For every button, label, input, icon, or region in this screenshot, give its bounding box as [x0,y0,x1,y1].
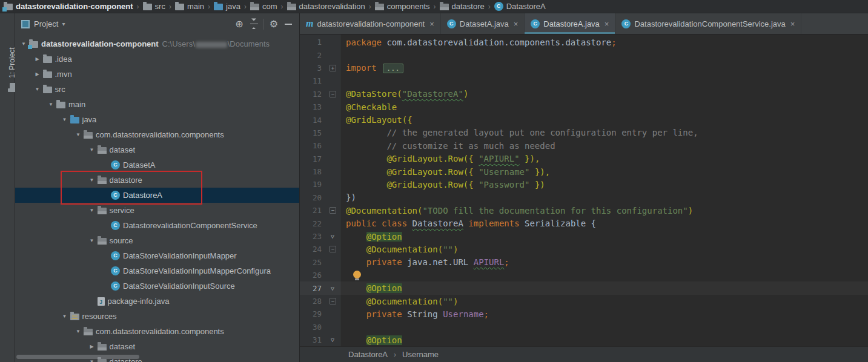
expand-toggle-icon[interactable]: ▼ [87,238,98,243]
tree-item-datastorevalidation-component[interactable]: ▼datastorevalidation-componentC:\Users\\… [15,36,299,51]
tree-item-datastorevalidationinputmapper[interactable]: CDataStoreValidationInputMapper [15,248,299,263]
tree-item-com-datastorevalidation-components[interactable]: ▼com.datastorevalidation.components [15,324,299,339]
fold-marker-icon[interactable]: − [330,207,336,214]
expand-toggle-icon[interactable]: ▼ [45,102,56,107]
expand-toggle-icon[interactable]: ▼ [32,87,43,92]
code-line-16[interactable]: 16 // customize it as much as needed [300,139,868,152]
code-line-21[interactable]: 21−@Documentation("TODO fill the documen… [300,204,868,217]
close-tab-icon[interactable]: × [790,19,795,28]
locate-icon[interactable]: ⊕ [232,17,247,31]
fold-marker-icon[interactable]: ▽ [329,337,336,343]
code-token: ; [504,257,509,267]
expand-toggle-icon[interactable]: ▼ [87,359,98,362]
code-line-23[interactable]: 23▽ @Option [300,230,868,243]
tab-datastorea-java[interactable]: CDatastoreA.java× [525,13,615,34]
code-line-29[interactable]: 29 private String Username; [300,308,868,320]
code-line-14[interactable]: 14@GridLayout({ [300,113,868,126]
tree-item-service[interactable]: ▼service [15,203,299,218]
breadcrumb-item-datastore[interactable]: datastore [440,2,485,11]
editor-breadcrumb-username[interactable]: Username [402,350,439,359]
horizontal-scrollbar[interactable] [16,355,139,359]
code-line-15[interactable]: 15 // the generated layout put one confi… [300,127,868,139]
settings-icon[interactable]: ⚙ [267,17,281,31]
breadcrumb-item-datastorevalidation-component[interactable]: datastorevalidation-component [4,2,133,11]
code-line-20[interactable]: 20}) [300,191,868,204]
code-line-18[interactable]: 18 @GridLayout.Row({ "Username" }), [300,165,868,178]
code-editor[interactable]: 1package com.datastorevalidation.compone… [300,35,868,346]
breadcrumb-item-com[interactable]: com [250,2,277,11]
expand-toggle-icon[interactable]: ▼ [73,329,84,334]
code-line-24[interactable]: 24− @Documentation("") [300,243,868,255]
tree-item-package-info-java[interactable]: Jpackage-info.java [15,294,299,309]
breadcrumb-item-main[interactable]: main [175,2,204,11]
fold-marker-icon[interactable]: ▽ [329,285,336,292]
breadcrumb-item-src[interactable]: src [143,2,165,11]
tree-item-datastore[interactable]: ▼datastore [15,173,299,188]
code-line-3[interactable]: 3+import ... [300,62,868,74]
breadcrumb-item-datastorea[interactable]: CDatastoreA [494,2,546,11]
code-line-28[interactable]: 28− @Documentation("") [300,295,868,308]
tree-item-datastorevalidationinputsource[interactable]: CDataStoreValidationInputSource [15,278,299,294]
code-line-30[interactable]: 30 [300,321,868,334]
code-line-13[interactable]: 13@Checkable [300,100,868,113]
class-icon: C [621,19,631,28]
code-line-11[interactable]: 11 [300,74,868,87]
tree-item-src[interactable]: ▼src [15,82,299,97]
code-line-17[interactable]: 17 @GridLayout.Row({ "APIURL" }), [300,153,868,165]
code-line-22[interactable]: 22public class DatastoreA implements Ser… [300,217,868,229]
code-line-25[interactable]: 25 private java.net.URL APIURL; [300,256,868,269]
close-tab-icon[interactable]: × [514,19,518,28]
fold-marker-icon[interactable]: ▽ [329,233,336,240]
tab-dataseta-java[interactable]: CDatasetA.java× [441,13,525,34]
hide-icon[interactable] [281,17,296,31]
fold-marker-icon[interactable]: − [330,91,336,97]
expand-toggle-icon[interactable]: ▶ [32,71,43,77]
tree-item-java[interactable]: ▼java [15,112,299,127]
tab-datastorevalidation-component[interactable]: mdatastorevalidation-component× [300,13,441,34]
tree-item-datastorevalidationcomponentservice[interactable]: CDatastorevalidationComponentService [15,218,299,233]
close-tab-icon[interactable]: × [605,19,609,28]
expand-toggle-icon[interactable]: ▼ [59,314,70,319]
expand-toggle-icon[interactable]: ▼ [87,208,98,213]
code-line-19[interactable]: 19 @GridLayout.Row({ "Password" }) [300,178,868,191]
code-line-12[interactable]: 12−@DataStore("DatastoreA") [300,88,868,100]
tree-item-dataset[interactable]: ▼dataset [15,142,299,157]
chevron-down-icon[interactable]: ▾ [62,21,65,27]
package-icon [84,329,93,335]
tree-item-dataseta[interactable]: CDatasetA [15,157,299,173]
tab-datastorevalidationcomponentservice-java[interactable]: CDatastorevalidationComponentService.jav… [615,13,801,34]
expand-toggle-icon[interactable]: ▼ [87,177,98,183]
code-line-2[interactable]: 2 [300,48,868,61]
folder-blue-icon [70,117,79,123]
tree-item-com-datastorevalidation-components[interactable]: ▼com.datastorevalidation.components [15,127,299,142]
breadcrumb-item-components[interactable]: components [375,2,430,11]
collapse-all-icon[interactable] [247,17,261,31]
folded-code[interactable]: ... [383,64,403,73]
expand-toggle-icon[interactable]: ▶ [32,56,43,62]
expand-toggle-icon[interactable]: ▼ [87,147,98,153]
tree-item-resources[interactable]: ▼resources [15,309,299,324]
breadcrumb-item-datastorevalidation[interactable]: datastorevalidation [287,2,365,11]
project-panel-title[interactable]: Project [34,19,58,28]
code-line-1[interactable]: 1package com.datastorevalidation.compone… [300,36,868,48]
fold-marker-icon[interactable]: + [330,65,336,71]
tree-item-source[interactable]: ▼source [15,233,299,248]
fold-marker-icon[interactable]: − [330,298,336,304]
tree-item-dataset[interactable]: ▶dataset [15,339,299,354]
tree-item-datastorevalidationinputmapperconfigura[interactable]: CDataStoreValidationInputMapperConfigura [15,263,299,278]
code-line-31[interactable]: 31▽ @Option [300,334,868,346]
fold-marker-icon[interactable]: − [330,246,336,252]
intention-bulb-icon[interactable] [353,271,361,278]
expand-toggle-icon[interactable]: ▼ [73,132,84,137]
breadcrumb-item-java[interactable]: java [214,2,240,11]
code-line-27[interactable]: 27▽ @Option [300,281,868,294]
expand-toggle-icon[interactable]: ▼ [59,117,70,122]
editor-breadcrumb-datastorea[interactable]: DatastoreA [348,350,388,359]
tree-item-mvn[interactable]: ▶.mvn [15,67,299,82]
tree-item-main[interactable]: ▼main [15,97,299,112]
code-line-26[interactable]: 26 [300,269,868,281]
tree-item-idea[interactable]: ▶.idea [15,51,299,67]
tree-item-datastorea[interactable]: CDatastoreA [15,188,299,203]
expand-toggle-icon[interactable]: ▶ [87,344,98,349]
close-tab-icon[interactable]: × [429,19,434,28]
